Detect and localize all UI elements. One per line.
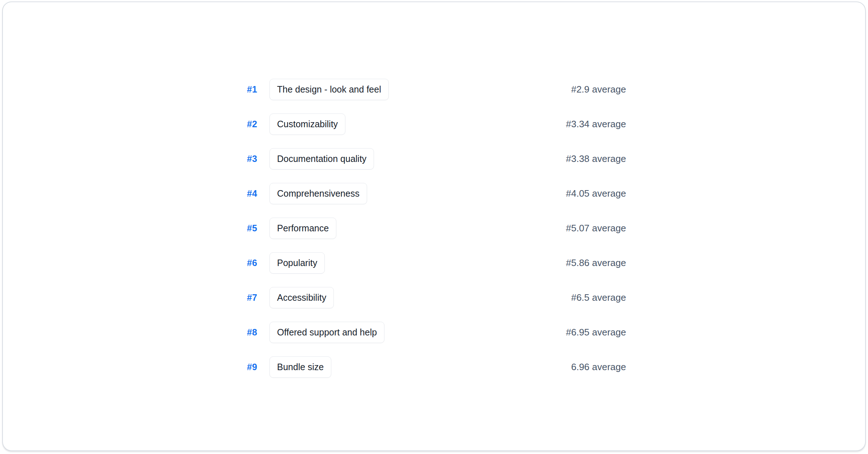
average-value: #2.9 average (571, 84, 626, 95)
ranking-row: #6 Popularity #5.86 average (242, 245, 626, 280)
option-label-box: Performance (269, 218, 336, 239)
ranking-row: #3 Documentation quality #3.38 average (242, 141, 626, 176)
average-value: 6.96 average (571, 361, 626, 373)
option-label-box: Offered support and help (269, 322, 384, 343)
rank-number: #9 (242, 362, 257, 372)
average-value: #4.05 average (566, 188, 626, 199)
rank-number: #5 (242, 223, 257, 234)
rank-number: #3 (242, 154, 257, 164)
ranking-row: #4 Comprehensiveness #4.05 average (242, 176, 626, 211)
option-label-box: Accessibility (269, 287, 334, 308)
option-label-box: Popularity (269, 252, 325, 274)
average-value: #5.86 average (566, 257, 626, 269)
option-label-box: Comprehensiveness (269, 183, 367, 204)
ranking-row: #2 Customizability #3.34 average (242, 107, 626, 141)
option-label-box: The design - look and feel (269, 79, 389, 100)
rank-number: #8 (242, 327, 257, 338)
average-value: #3.34 average (566, 119, 626, 130)
average-value: #3.38 average (566, 153, 626, 164)
ranking-row: #8 Offered support and help #6.95 averag… (242, 315, 626, 350)
ranking-row: #9 Bundle size 6.96 average (242, 350, 626, 384)
average-value: #6.5 average (571, 292, 626, 303)
ranking-row: #1 The design - look and feel #2.9 avera… (242, 72, 626, 107)
rank-number: #6 (242, 258, 257, 268)
average-value: #5.07 average (566, 223, 626, 234)
rank-number: #1 (242, 84, 257, 95)
ranking-row: #5 Performance #5.07 average (242, 211, 626, 245)
rank-number: #4 (242, 188, 257, 199)
rank-number: #7 (242, 292, 257, 303)
rank-number: #2 (242, 119, 257, 129)
option-label-box: Bundle size (269, 356, 331, 378)
results-card: #1 The design - look and feel #2.9 avera… (2, 1, 866, 451)
option-label-box: Customizability (269, 113, 345, 135)
average-value: #6.95 average (566, 327, 626, 338)
option-label-box: Documentation quality (269, 148, 374, 170)
ranking-results-list: #1 The design - look and feel #2.9 avera… (242, 72, 626, 384)
ranking-row: #7 Accessibility #6.5 average (242, 280, 626, 315)
